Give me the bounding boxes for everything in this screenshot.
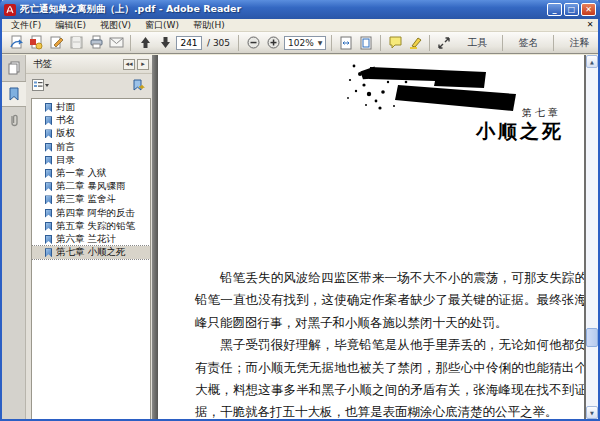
highlight-text-button[interactable] [406, 34, 424, 52]
bookmark-icon [45, 182, 52, 191]
comment-button[interactable]: 注释 [557, 34, 600, 52]
bookmark-icon [45, 195, 52, 204]
toolbar-separator [553, 35, 554, 51]
bookmarks-panel-header: 书签 ◂◂ ▸ [26, 55, 152, 74]
menu-item[interactable]: 文件(F) [4, 19, 48, 32]
bookmark-item[interactable]: 第六章 兰花计 [32, 233, 150, 246]
adobe-reader-app-icon [4, 4, 16, 16]
bookmark-label: 第二章 暴风骤雨 [56, 180, 126, 193]
bookmark-goto-button[interactable] [132, 79, 146, 92]
document-pane[interactable]: 第七章 小顺之死 铅笔丢失的风波给四监区带来一场不大不小的震荡，可那支失踪的铅笔… [158, 55, 586, 419]
bookmarks-panel: 书签 ◂◂ ▸ 封面 [26, 55, 152, 419]
comment-bubble-button[interactable] [386, 34, 404, 52]
scroll-down-arrow[interactable]: ▼ [586, 406, 598, 419]
bookmark-label: 第一章 入狱 [56, 167, 107, 180]
sign-button[interactable]: 签名 [506, 34, 550, 52]
zoom-in-button[interactable] [264, 34, 282, 52]
title-bar: 死亡通知单之离别曲（上）.pdf - Adobe Reader _ □ ✕ [0, 0, 600, 19]
toolbar-separator [502, 35, 503, 51]
menu-bar: 文件(F)编辑(E)视图(V)窗口(W)帮助(H) [2, 19, 598, 32]
minimize-button[interactable]: _ [547, 3, 562, 16]
zoom-level-value: 102% [288, 38, 314, 48]
bookmark-item[interactable]: 第五章 失踪的铅笔 [32, 220, 150, 233]
attachments-tab[interactable] [2, 107, 26, 133]
toolbar-panels-group: 工具 签名 注释 [455, 34, 600, 52]
bookmark-ribbon-icon [8, 87, 20, 101]
main-toolbar: / 305 102% ▼ 工具 [2, 32, 598, 54]
bookmark-icon [45, 156, 52, 165]
bookmark-label: 第七章 小顺之死 [56, 246, 126, 259]
paperclip-icon [8, 113, 20, 128]
fullscreen-mode-button[interactable] [435, 34, 453, 52]
collapse-panel-button[interactable]: ◂◂ [123, 59, 135, 70]
close-button[interactable]: ✕ [581, 3, 596, 16]
save-button[interactable] [67, 34, 85, 52]
document-close-icon[interactable]: ✕ [585, 20, 595, 30]
bookmark-item[interactable]: 第一章 入狱 [32, 167, 150, 180]
bookmarks-panel-title: 书签 [33, 58, 121, 71]
main-area: 书签 ◂◂ ▸ 封面 [2, 55, 598, 419]
page-thumbnails-tab[interactable] [2, 55, 26, 81]
email-button[interactable] [107, 34, 125, 52]
expand-panel-button[interactable]: ▸ [137, 59, 149, 70]
bookmark-label: 目录 [56, 154, 75, 167]
bookmark-icon [45, 116, 52, 125]
next-page-button[interactable] [156, 34, 174, 52]
previous-page-button[interactable] [136, 34, 154, 52]
scrollbar-thumb[interactable] [586, 328, 598, 347]
page-body-text: 铅笔丢失的风波给四监区带来一场不大不小的震荡，可那支失踪的铅笔一直也没有找到，这… [195, 267, 586, 419]
bookmarks-tab[interactable] [2, 81, 26, 107]
menu-item[interactable]: 编辑(E) [48, 19, 93, 32]
fit-page-button[interactable] [357, 34, 375, 52]
print-button[interactable] [87, 34, 105, 52]
maximize-button[interactable]: □ [564, 3, 579, 16]
pages-icon [7, 61, 21, 75]
bookmark-label: 封面 [56, 101, 75, 114]
bookmark-item[interactable]: 第二章 暴风骤雨 [32, 180, 150, 193]
bookmark-item[interactable]: 书名 [32, 114, 150, 127]
page-count-label: / 305 [207, 38, 230, 48]
adobe-reader-window: 死亡通知单之离别曲（上）.pdf - Adobe Reader _ □ ✕ 文件… [0, 0, 600, 421]
chapter-number: 第七章 [522, 106, 561, 120]
bookmark-icon [45, 235, 52, 244]
bookmark-item[interactable]: 封面 [32, 101, 150, 114]
bookmark-item[interactable]: 第三章 监舍斗 [32, 193, 150, 206]
bookmark-label: 第五章 失踪的铅笔 [56, 220, 135, 233]
bookmark-icon [45, 103, 52, 112]
bookmark-label: 第四章 阿华的反击 [56, 207, 135, 220]
fit-width-button[interactable] [337, 34, 355, 52]
bookmark-icon [45, 248, 52, 257]
menu-item[interactable]: 视图(V) [93, 19, 138, 32]
page-number-input[interactable] [176, 36, 202, 50]
bookmark-label: 前言 [56, 141, 75, 154]
open-file-button[interactable] [7, 34, 25, 52]
menu-item[interactable]: 帮助(H) [186, 19, 232, 32]
bookmark-item[interactable]: 第七章 小顺之死 [32, 246, 150, 259]
bookmark-options-button[interactable] [32, 79, 49, 91]
ink-brush-graphic [336, 58, 528, 114]
bookmark-item[interactable]: 前言 [32, 141, 150, 154]
toolbar-separator [331, 35, 332, 51]
navigation-pane-strip [2, 55, 26, 419]
zoom-out-button[interactable] [244, 34, 262, 52]
vertical-scrollbar[interactable]: ▲ ▼ [586, 55, 598, 419]
scroll-up-arrow[interactable]: ▲ [586, 55, 598, 68]
bookmark-item[interactable]: 版权 [32, 127, 150, 140]
paragraph: 铅笔丢失的风波给四监区带来一场不大不小的震荡，可那支失踪的铅笔一直也没有找到，这… [195, 267, 586, 334]
paragraph: 黑子受罚很好理解，毕竟铅笔是从他手里弄丢的，无论如何他都负有责任；而小顺无凭无据… [195, 334, 586, 419]
bookmark-label: 第六章 兰花计 [56, 233, 116, 246]
bookmarks-tree: 封面 书名 版权 前言 [31, 98, 151, 419]
chapter-title: 小顺之死 [476, 119, 564, 145]
zoom-level-dropdown[interactable]: 102% ▼ [284, 36, 326, 50]
menu-item[interactable]: 窗口(W) [138, 19, 186, 32]
bookmark-label: 版权 [56, 127, 75, 140]
window-title: 死亡通知单之离别曲（上）.pdf - Adobe Reader [20, 3, 547, 16]
sign-document-button[interactable] [47, 34, 65, 52]
toolbar-separator [238, 35, 239, 51]
toolbar-separator [130, 35, 131, 51]
bookmark-item[interactable]: 第四章 阿华的反击 [32, 207, 150, 220]
create-pdf-button[interactable] [27, 34, 45, 52]
tools-button[interactable]: 工具 [455, 34, 499, 52]
bookmark-label: 第三章 监舍斗 [56, 193, 116, 206]
bookmark-item[interactable]: 目录 [32, 154, 150, 167]
